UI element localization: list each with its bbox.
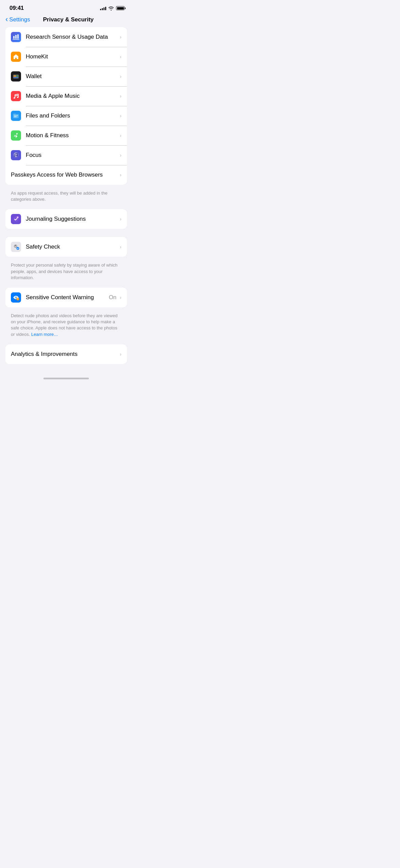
journaling-card: Journaling Suggestions › <box>5 209 127 229</box>
section-note: As apps request access, they will be add… <box>0 187 132 209</box>
page-title: Privacy & Security <box>30 16 107 23</box>
analytics-card: Analytics & Improvements › <box>5 344 127 364</box>
wallet-icon <box>11 71 21 82</box>
research-chevron-icon: › <box>120 34 121 40</box>
media-chevron-icon: › <box>120 93 121 99</box>
motion-fitness-item[interactable]: Motion & Fitness › <box>5 126 127 145</box>
sensitive-value: On <box>109 294 117 301</box>
analytics-chevron-icon: › <box>120 351 121 357</box>
passkeys-item[interactable]: Passkeys Access for Web Browsers › <box>5 165 127 185</box>
wallet-item[interactable]: Wallet › <box>5 67 127 86</box>
main-content: Research Sensor & Usage Data › HomeKit › <box>0 27 132 374</box>
status-time: 09:41 <box>9 5 24 12</box>
media-music-label: Media & Apple Music <box>26 93 118 100</box>
wifi-icon <box>108 6 114 11</box>
svg-point-27 <box>18 299 18 300</box>
sensitive-chevron-icon: › <box>120 295 121 300</box>
svg-point-16 <box>16 133 18 134</box>
back-button[interactable]: ‹ Settings <box>5 16 30 23</box>
svg-rect-1 <box>15 35 17 39</box>
files-icon <box>11 111 21 121</box>
journaling-chevron-icon: › <box>120 216 121 222</box>
journaling-icon <box>11 214 21 224</box>
back-chevron-icon: ‹ <box>5 16 8 23</box>
svg-rect-14 <box>14 115 18 116</box>
files-chevron-icon: › <box>120 113 121 119</box>
battery-icon <box>116 6 126 10</box>
safety-check-label: Safety Check <box>26 243 118 250</box>
homekit-label: HomeKit <box>26 53 118 60</box>
focus-chevron-icon: › <box>120 152 121 158</box>
focus-icon <box>11 150 21 160</box>
homekit-icon <box>11 52 21 62</box>
svg-rect-15 <box>14 116 17 117</box>
svg-rect-8 <box>16 75 18 77</box>
svg-point-25 <box>16 297 16 298</box>
wallet-label: Wallet <box>26 73 118 80</box>
music-icon <box>11 91 21 101</box>
passkeys-label: Passkeys Access for Web Browsers <box>11 171 118 178</box>
journaling-item[interactable]: Journaling Suggestions › <box>5 209 127 229</box>
motion-fitness-label: Motion & Fitness <box>26 132 118 139</box>
fitness-chevron-icon: › <box>120 133 121 138</box>
svg-rect-7 <box>14 75 16 77</box>
analytics-label: Analytics & Improvements <box>11 351 118 358</box>
media-music-item[interactable]: Media & Apple Music › <box>5 86 127 106</box>
focus-item[interactable]: Focus › <box>5 145 127 165</box>
safety-icon <box>11 242 21 252</box>
research-icon <box>11 32 21 42</box>
home-bar <box>43 378 89 379</box>
nav-bar: ‹ Settings Privacy & Security <box>0 14 132 27</box>
privacy-list-card: Research Sensor & Usage Data › HomeKit › <box>5 27 127 185</box>
status-icons <box>100 6 126 11</box>
sensitive-note: Detect nude photos and videos before the… <box>0 310 132 344</box>
sensitive-content-item[interactable]: Sensitive Content Warning On › <box>5 288 127 307</box>
sensitive-label: Sensitive Content Warning <box>26 294 109 301</box>
wallet-chevron-icon: › <box>120 74 121 79</box>
focus-label: Focus <box>26 152 118 159</box>
learn-more-link[interactable]: Learn more… <box>31 332 58 337</box>
files-folders-item[interactable]: Files and Folders › <box>5 106 127 126</box>
fitness-icon <box>11 130 21 141</box>
svg-rect-0 <box>13 36 15 39</box>
svg-point-23 <box>17 247 19 250</box>
homekit-item[interactable]: HomeKit › <box>5 47 127 67</box>
sensitive-content-card: Sensitive Content Warning On › <box>5 288 127 307</box>
signal-icon <box>100 6 106 10</box>
passkeys-chevron-icon: › <box>120 172 121 178</box>
safety-check-card: Safety Check › <box>5 237 127 257</box>
research-label: Research Sensor & Usage Data <box>26 34 118 40</box>
safety-check-item[interactable]: Safety Check › <box>5 237 127 257</box>
research-sensor-item[interactable]: Research Sensor & Usage Data › <box>5 27 127 47</box>
sensitive-icon <box>11 292 21 303</box>
safety-note: Protect your personal safety by staying … <box>0 259 132 288</box>
home-indicator <box>0 375 132 381</box>
analytics-item[interactable]: Analytics & Improvements › <box>5 344 127 364</box>
files-label: Files and Folders <box>26 112 118 119</box>
journaling-label: Journaling Suggestions <box>26 216 118 222</box>
svg-rect-2 <box>17 34 19 39</box>
svg-rect-10 <box>14 78 18 78</box>
homekit-chevron-icon: › <box>120 54 121 59</box>
status-bar: 09:41 <box>0 0 132 14</box>
svg-point-17 <box>15 156 17 157</box>
back-label: Settings <box>9 16 30 23</box>
safety-chevron-icon: › <box>120 244 121 250</box>
